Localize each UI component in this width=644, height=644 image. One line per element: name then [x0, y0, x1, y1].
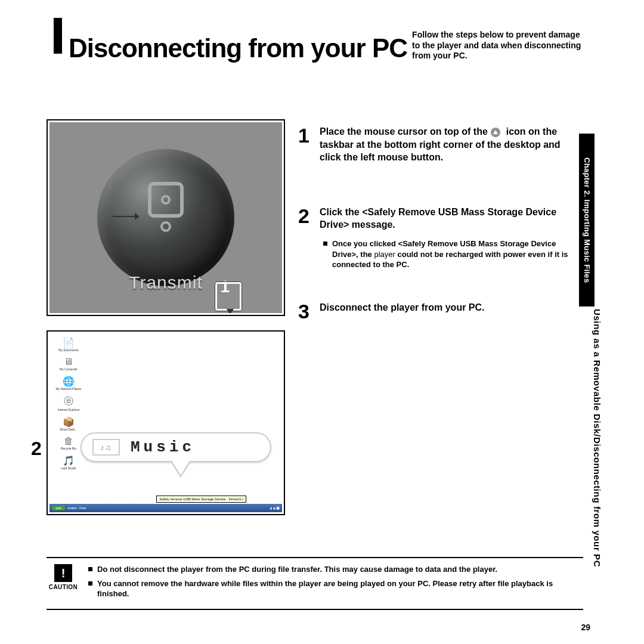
- step-1: 1 Place the mouse cursor on top of the i…: [298, 125, 583, 164]
- step-2-number: 2: [298, 206, 312, 274]
- step-2-body: Click the <Safely Remove USB Mass Storag…: [320, 206, 583, 274]
- desktop-icon: 🖥My Computer: [54, 357, 83, 371]
- step-3-body: Disconnect the player from your PC.: [320, 301, 583, 321]
- desktop-icon: 🎵mp3 Studio: [54, 455, 83, 470]
- content-area: Transmit 1 2 📄My Documents🖥My Computer🌐M…: [47, 119, 583, 530]
- taskbar-item: untitled - Paint: [67, 506, 86, 510]
- music-note-icon: ♪♫: [92, 439, 120, 456]
- music-callout: ♪♫ Music: [80, 432, 271, 462]
- taskbar-tray: ◑ ◉ 🕙: [270, 506, 280, 510]
- side-chapter-text: Chapter 2. Importing Music Files: [583, 157, 592, 283]
- desktop-icon-glyph: 🎵: [63, 455, 75, 466]
- page-number: 29: [581, 623, 590, 632]
- desktop-icons: 📄My Documents🖥My Computer🌐My Network Pla…: [54, 337, 83, 470]
- side-section-line2: Disconnecting from your PC: [592, 437, 602, 567]
- arrow-icon: [113, 216, 139, 217]
- desktop-icon-glyph: 📦: [63, 416, 75, 428]
- desktop-icon: 🌐My Network Places: [54, 376, 83, 391]
- figure-2-wrapper: 2 📄My Documents🖥My Computer🌐My Network P…: [47, 330, 285, 515]
- steps-column: 1 Place the mouse cursor on top of the i…: [298, 119, 583, 530]
- step-1-text: Place the mouse cursor on top of the ico…: [320, 125, 583, 164]
- device-round-graphic: [97, 149, 234, 286]
- desktop-icon-label: My Computer: [60, 367, 78, 371]
- desktop-icon-glyph: 🗑: [64, 436, 73, 447]
- page-subtitle: Follow the steps below to prevent damage…: [407, 30, 581, 63]
- step-3-text: Disconnect the player from your PC.: [320, 301, 583, 314]
- desktop-icon-label: mp3 Studio: [61, 466, 76, 470]
- caution-bullet-text: Do not disconnect the player from the PC…: [97, 564, 497, 575]
- figure-2-box: 📄My Documents🖥My Computer🌐My Network Pla…: [47, 330, 285, 515]
- caution-bottom-rule: [47, 609, 583, 610]
- music-callout-label: Music: [131, 438, 195, 456]
- side-section-text: Using as a Removable Disk/ Disconnecting…: [582, 309, 612, 567]
- caution-bullet: You cannot remove the hardware while fil…: [88, 578, 583, 599]
- caution-bullet: Do not disconnect the player from the PC…: [88, 564, 583, 575]
- desktop-icon-label: Show Desk...: [60, 428, 77, 431]
- figure-1: Transmit 1: [49, 122, 282, 313]
- desktop-icon: ⓔInternet Explorer: [54, 395, 83, 411]
- title-accent-bar: [54, 18, 62, 54]
- caution-row: ! CAUTION Do not disconnect the player f…: [47, 564, 583, 603]
- step-2-bullet-1: Once you clicked <Safely Remove USB Mass…: [323, 239, 583, 270]
- desktop-icon-glyph: 🌐: [63, 376, 75, 387]
- page-title: Disconnecting from your PC: [69, 33, 407, 63]
- taskbar-tooltip: Safely remove USB Mass Storage Device - …: [156, 496, 246, 503]
- figure-2-desktop: 📄My Documents🖥My Computer🌐My Network Pla…: [49, 333, 282, 512]
- side-section-line1: Using as a Removable Disk/: [592, 309, 602, 437]
- desktop-icon-glyph: 📄: [63, 337, 75, 348]
- figures-column: Transmit 1 2 📄My Documents🖥My Computer🌐M…: [47, 119, 285, 530]
- step-2: 2 Click the <Safely Remove USB Mass Stor…: [298, 206, 583, 274]
- step-3-number: 3: [298, 301, 312, 321]
- caution-label: CAUTION: [49, 584, 78, 590]
- caution-bullet-text: You cannot remove the hardware while fil…: [97, 578, 583, 599]
- device-icon: [139, 182, 193, 253]
- figure2-callout-number: 2: [31, 438, 42, 460]
- desktop-icon-label: My Network Places: [56, 387, 82, 391]
- usb-tray-icon: [490, 127, 501, 138]
- desktop-icon-glyph: ⓔ: [64, 395, 73, 408]
- desktop-icon-label: My Documents: [58, 348, 78, 352]
- desktop-icon: 📄My Documents: [54, 337, 83, 352]
- step-1-number: 1: [298, 125, 312, 164]
- title-row: Disconnecting from your PC Follow the st…: [69, 30, 581, 63]
- caution-top-rule: [47, 557, 583, 558]
- caution-bullets: Do not disconnect the player from the PC…: [88, 564, 583, 603]
- figure1-label: Transmit: [129, 273, 203, 293]
- figure1-callout-frame: [215, 282, 242, 311]
- desktop-icon: 📦Show Desk...: [54, 416, 83, 431]
- caution-badge: ! CAUTION: [47, 564, 80, 590]
- step-2-text: Click the <Safely Remove USB Mass Storag…: [320, 206, 583, 231]
- bullet-square-icon: [323, 242, 327, 246]
- figure-1-box: Transmit 1: [47, 119, 285, 316]
- caution-area: ! CAUTION Do not disconnect the player f…: [47, 557, 583, 610]
- step-3: 3 Disconnect the player from your PC.: [298, 301, 583, 321]
- start-button: start: [52, 506, 65, 510]
- caution-exclaim-icon: !: [54, 564, 72, 582]
- desktop-icon-label: Recycle Bin: [61, 447, 76, 450]
- bullet-square-icon: [88, 567, 92, 571]
- step-2-bullets: Once you clicked <Safely Remove USB Mass…: [320, 239, 583, 270]
- desktop-icon-label: Internet Explorer: [58, 408, 80, 411]
- taskbar: start untitled - Paint ◑ ◉ 🕙: [49, 504, 282, 512]
- step-1-body: Place the mouse cursor on top of the ico…: [320, 125, 583, 164]
- desktop-icon-glyph: 🖥: [64, 357, 73, 367]
- desktop-icon: 🗑Recycle Bin: [54, 436, 83, 450]
- bullet-square-icon: [88, 581, 92, 586]
